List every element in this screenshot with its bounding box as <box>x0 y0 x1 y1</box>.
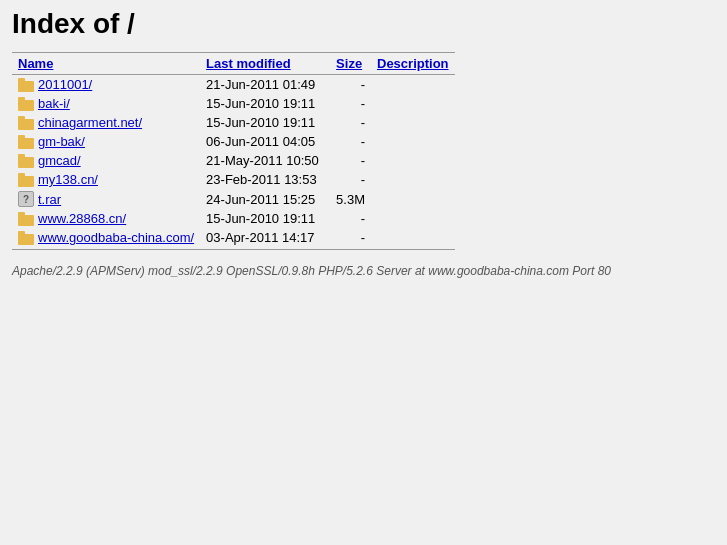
folder-icon <box>18 212 34 226</box>
directory-listing-table: Name Last modified Size Description 2011… <box>12 52 455 256</box>
sort-name-link[interactable]: Name <box>18 56 53 71</box>
table-row: gm-bak/06-Jun-2011 04:05- <box>12 132 455 151</box>
file-link[interactable]: www.28868.cn/ <box>38 211 126 226</box>
file-name-cell: ?t.rar <box>12 189 200 209</box>
sort-desc-link[interactable]: Description <box>377 56 449 71</box>
file-link[interactable]: gm-bak/ <box>38 134 85 149</box>
file-date-cell: 15-Jun-2010 19:11 <box>200 113 330 132</box>
file-link[interactable]: 2011001/ <box>38 77 92 92</box>
file-link[interactable]: bak-i/ <box>38 96 70 111</box>
file-link[interactable]: my138.cn/ <box>38 172 98 187</box>
file-name-cell: gmcad/ <box>12 151 200 170</box>
table-row: www.goodbaba-china.com/03-Apr-2011 14:17… <box>12 228 455 250</box>
folder-icon <box>18 116 34 130</box>
file-size-cell: - <box>330 209 371 228</box>
table-row: www.28868.cn/15-Jun-2010 19:11- <box>12 209 455 228</box>
file-size-cell: - <box>330 228 371 250</box>
file-size-cell: - <box>330 151 371 170</box>
file-size-cell: - <box>330 113 371 132</box>
sort-date-link[interactable]: Last modified <box>206 56 291 71</box>
file-date-cell: 23-Feb-2011 13:53 <box>200 170 330 189</box>
file-date-cell: 03-Apr-2011 14:17 <box>200 228 330 250</box>
file-name-cell: bak-i/ <box>12 94 200 113</box>
file-size-cell: - <box>330 132 371 151</box>
file-name-cell: chinagarment.net/ <box>12 113 200 132</box>
table-row: bak-i/15-Jun-2010 19:11- <box>12 94 455 113</box>
file-link[interactable]: www.goodbaba-china.com/ <box>38 230 194 245</box>
table-header-row: Name Last modified Size Description <box>12 53 455 75</box>
file-link[interactable]: t.rar <box>38 192 61 207</box>
file-description-cell <box>371 170 455 189</box>
folder-icon <box>18 97 34 111</box>
file-link[interactable]: chinagarment.net/ <box>38 115 142 130</box>
file-date-cell: 15-Jun-2010 19:11 <box>200 94 330 113</box>
file-size-cell: - <box>330 170 371 189</box>
server-footer: Apache/2.2.9 (APMServ) mod_ssl/2.2.9 Ope… <box>12 264 715 278</box>
file-name-cell: 2011001/ <box>12 75 200 95</box>
folder-icon <box>18 173 34 187</box>
table-row: 2011001/21-Jun-2011 01:49- <box>12 75 455 95</box>
file-description-cell <box>371 189 455 209</box>
file-date-cell: 24-Jun-2011 15:25 <box>200 189 330 209</box>
file-description-cell <box>371 151 455 170</box>
file-description-cell <box>371 75 455 95</box>
column-header-name: Name <box>12 53 200 75</box>
table-row: my138.cn/23-Feb-2011 13:53- <box>12 170 455 189</box>
file-date-cell: 06-Jun-2011 04:05 <box>200 132 330 151</box>
file-name-cell: gm-bak/ <box>12 132 200 151</box>
file-name-cell: www.28868.cn/ <box>12 209 200 228</box>
file-size-cell: - <box>330 94 371 113</box>
page-heading: Index of / <box>12 8 715 40</box>
table-row: ?t.rar24-Jun-2011 15:255.3M <box>12 189 455 209</box>
file-name-cell: my138.cn/ <box>12 170 200 189</box>
file-description-cell <box>371 94 455 113</box>
file-size-cell: - <box>330 75 371 95</box>
folder-icon <box>18 135 34 149</box>
file-description-cell <box>371 132 455 151</box>
file-date-cell: 21-May-2011 10:50 <box>200 151 330 170</box>
file-name-cell: www.goodbaba-china.com/ <box>12 228 200 250</box>
file-description-cell <box>371 113 455 132</box>
file-date-cell: 21-Jun-2011 01:49 <box>200 75 330 95</box>
table-footer-spacer <box>12 250 455 257</box>
file-link[interactable]: gmcad/ <box>38 153 81 168</box>
table-row: chinagarment.net/15-Jun-2010 19:11- <box>12 113 455 132</box>
file-size-cell: 5.3M <box>330 189 371 209</box>
table-row: gmcad/21-May-2011 10:50- <box>12 151 455 170</box>
file-description-cell <box>371 228 455 250</box>
folder-icon <box>18 154 34 168</box>
file-icon: ? <box>18 191 34 207</box>
sort-size-link[interactable]: Size <box>336 56 362 71</box>
folder-icon <box>18 231 34 245</box>
file-description-cell <box>371 209 455 228</box>
column-header-size: Size <box>330 53 371 75</box>
file-date-cell: 15-Jun-2010 19:11 <box>200 209 330 228</box>
column-header-date: Last modified <box>200 53 330 75</box>
column-header-description: Description <box>371 53 455 75</box>
folder-icon <box>18 78 34 92</box>
